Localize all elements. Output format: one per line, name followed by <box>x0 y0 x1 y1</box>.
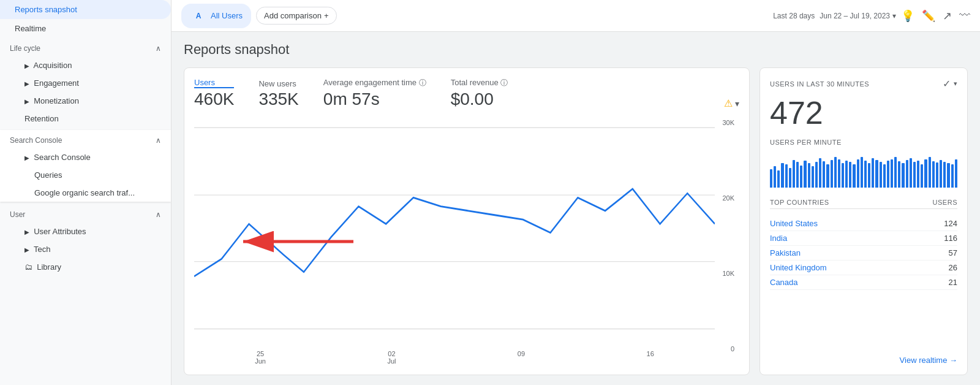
info-icon: ⓘ <box>419 78 426 87</box>
date-range-prefix: Last 28 days <box>773 12 815 20</box>
bar <box>917 161 919 188</box>
bar <box>774 166 776 188</box>
metric-revenue-label: Total revenue ⓘ <box>451 78 508 88</box>
bar <box>834 157 837 188</box>
arrow-icon: ▶ <box>24 246 29 253</box>
section-label: Life cycle <box>10 44 40 53</box>
sidebar-section-search-console[interactable]: Search Console ∧ <box>0 130 171 148</box>
chart-area: 30K 20K 10K 0 <box>194 119 739 365</box>
section-label: User <box>10 210 25 219</box>
sidebar-item-user-attributes[interactable]: ▶ User Attributes <box>0 223 171 240</box>
date-range-selector[interactable]: Jun 22 – Jul 19, 2023 ▾ <box>820 12 896 20</box>
user-icon: A <box>190 7 207 25</box>
bar <box>857 159 859 188</box>
users-last-30-min-label: USERS IN LAST 30 MINUTES <box>770 80 869 88</box>
metrics-row: Users 460K New users 335K Average engage… <box>194 78 739 109</box>
bar <box>808 163 810 188</box>
country-name[interactable]: Canada <box>770 278 798 287</box>
country-name[interactable]: India <box>770 234 787 243</box>
bar <box>800 166 802 188</box>
sidebar-item-engagement[interactable]: ▶ Engagement <box>0 74 171 92</box>
bar <box>902 163 904 188</box>
sidebar-section-lifecycle[interactable]: Life cycle ∧ <box>0 38 171 56</box>
bar <box>793 160 795 188</box>
top-countries-label: TOP COUNTRIES <box>770 199 829 206</box>
chevron-up-icon: ∧ <box>156 210 161 219</box>
bar <box>831 160 833 188</box>
sidebar-item-google-organic[interactable]: Google organic search traf... <box>0 184 171 202</box>
top-countries-header: TOP COUNTRIES USERS <box>770 199 957 209</box>
bar <box>819 158 821 188</box>
all-users-button[interactable]: A All Users <box>181 4 251 28</box>
insights-icon[interactable]: 💡 <box>901 9 914 23</box>
arrow-icon: ▶ <box>24 154 29 161</box>
bar <box>789 168 791 188</box>
country-name[interactable]: United States <box>770 219 818 228</box>
x-label-4: 16 <box>647 350 654 365</box>
country-row: United States124 <box>770 216 957 231</box>
line-chart <box>194 119 715 346</box>
content-area: Reports snapshot Users 460K New users 33… <box>172 32 980 385</box>
main-content: A All Users Add comparison + Last 28 day… <box>172 0 980 385</box>
arrow-icon: ▶ <box>24 63 29 69</box>
sidebar-item-acquisition[interactable]: ▶ Acquisition <box>0 56 171 74</box>
bar <box>898 161 900 188</box>
share-icon[interactable]: ↗ <box>943 9 952 23</box>
sidebar-item-label: Realtime <box>15 24 46 33</box>
sidebar-item-realtime[interactable]: Realtime <box>0 19 171 38</box>
expand-icon[interactable]: ▾ <box>735 99 739 109</box>
bar <box>815 162 818 188</box>
customize-icon[interactable]: ✏️ <box>922 9 935 23</box>
sidebar-item-tech[interactable]: ▶ Tech <box>0 240 171 258</box>
check-icon[interactable]: ✓ <box>943 78 951 90</box>
bar <box>868 163 870 188</box>
sidebar-item-library[interactable]: 🗂 Library <box>0 258 171 276</box>
bar <box>872 158 874 188</box>
dropdown-icon[interactable]: ▾ <box>954 80 958 88</box>
sidebar-item-queries[interactable]: Queries <box>0 166 171 184</box>
sidebar-item-label: Reports snapshot <box>15 5 77 14</box>
bar <box>932 161 935 188</box>
bar <box>887 161 889 188</box>
all-users-label: All Users <box>211 11 243 20</box>
metric-avg-label: Average engagement time ⓘ <box>323 78 426 88</box>
x-axis-labels: 25 Jun 02 Jul 09 16 <box>194 350 715 365</box>
sidebar-item-retention[interactable]: Retention <box>0 110 171 128</box>
bar <box>826 164 829 188</box>
bar <box>913 162 916 188</box>
country-name[interactable]: Pakistan <box>770 248 801 257</box>
trend-icon[interactable]: 〰 <box>959 9 970 22</box>
toolbar-icons: 💡 ✏️ ↗ 〰 <box>901 9 970 23</box>
bar <box>929 157 931 188</box>
chevron-up-icon: ∧ <box>156 44 161 53</box>
right-panel: USERS IN LAST 30 MINUTES ✓ ▾ 472 USERS P… <box>760 67 968 375</box>
bar <box>845 161 848 188</box>
sidebar-item-search-console-sub[interactable]: ▶ Search Console <box>0 148 171 166</box>
add-comparison-button[interactable]: Add comparison + <box>256 7 337 25</box>
metric-revenue[interactable]: Total revenue ⓘ $0.00 <box>451 78 508 109</box>
metric-users[interactable]: Users 460K <box>194 78 234 109</box>
country-users: 116 <box>944 234 957 243</box>
chevron-up-icon: ∧ <box>156 136 161 145</box>
country-row: United Kingdom26 <box>770 261 957 275</box>
country-users: 57 <box>949 248 957 257</box>
arrow-icon: ▶ <box>24 229 29 235</box>
page-title: Reports snapshot <box>184 42 968 58</box>
topbar-right: Last 28 days Jun 22 – Jul 19, 2023 ▾ 💡 ✏… <box>773 9 970 23</box>
view-realtime-button[interactable]: View realtime → <box>770 356 957 365</box>
add-comparison-label: Add comparison <box>264 11 322 20</box>
date-range-value: Jun 22 – Jul 19, 2023 <box>820 12 890 20</box>
metric-avg-engagement[interactable]: Average engagement time ⓘ 0m 57s <box>323 78 426 109</box>
bar <box>796 162 799 188</box>
realtime-header: USERS IN LAST 30 MINUTES ✓ ▾ <box>770 78 957 90</box>
x-label-3: 09 <box>518 350 525 365</box>
sidebar-item-monetization[interactable]: ▶ Monetization <box>0 92 171 110</box>
sidebar-section-user[interactable]: User ∧ <box>0 204 171 223</box>
bar <box>842 163 844 188</box>
metric-new-users[interactable]: New users 335K <box>258 79 298 109</box>
bar <box>943 162 946 188</box>
sidebar-item-reports-snapshot[interactable]: Reports snapshot <box>0 0 171 19</box>
bar <box>861 157 863 188</box>
bar-chart <box>770 157 957 188</box>
country-name[interactable]: United Kingdom <box>770 263 827 272</box>
